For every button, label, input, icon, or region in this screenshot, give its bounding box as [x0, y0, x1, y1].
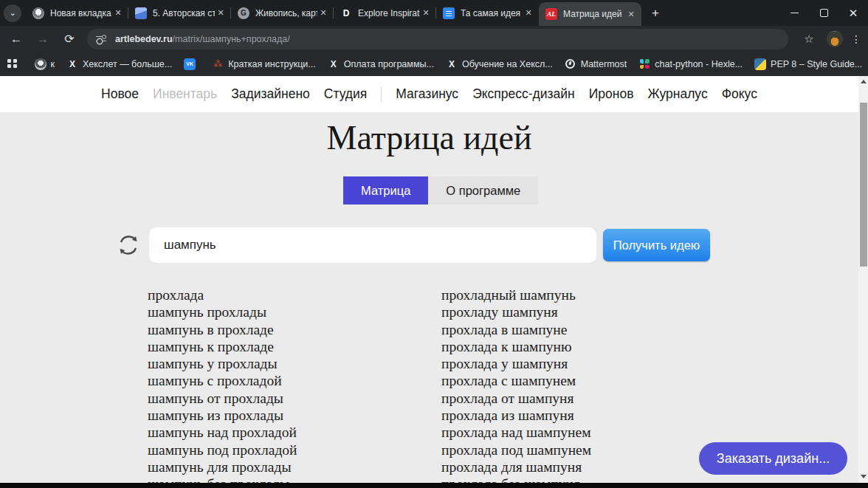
- nav-item-zhurnalus[interactable]: Журналус: [648, 86, 708, 102]
- word-column-left: прохладашампунь прохладышампунь в прохла…: [148, 286, 297, 488]
- word-combination: прохлада у шампуня: [441, 355, 591, 372]
- scroll-up-icon[interactable]: [861, 80, 867, 83]
- nav-item-express-dizajn[interactable]: Экспресс-дизайн: [472, 86, 575, 102]
- tab-title: Та самая идея - Goo: [461, 8, 523, 18]
- tab-close-icon[interactable]: ✕: [215, 7, 227, 19]
- hexlet-x-icon: Х: [66, 58, 78, 70]
- tab-title: Живопись, картины: [255, 8, 317, 18]
- page-content: Матрица идей Матрица О программе Получит…: [0, 112, 858, 483]
- nav-separator: [381, 87, 382, 102]
- refresh-swap-icon[interactable]: [115, 232, 142, 258]
- python-icon: [754, 58, 766, 70]
- nav-item-zadizajneno[interactable]: Задизайнено: [231, 86, 310, 102]
- globe-favicon-icon: [32, 7, 44, 19]
- tab-close-icon[interactable]: ✕: [420, 7, 432, 19]
- bookmark-item[interactable]: PEP 8 – Style Guide...: [754, 58, 862, 70]
- tab-close-icon[interactable]: ✕: [317, 7, 329, 19]
- word-combination: прохлада от шампуня: [441, 390, 591, 407]
- url-host: artlebedev.ru: [115, 34, 173, 44]
- back-button[interactable]: ←: [6, 29, 27, 49]
- word-combination: шампунь с прохладой: [148, 372, 297, 389]
- scrollbar-thumb[interactable]: [860, 103, 867, 267]
- tab-title: Explore Inspiration o: [358, 8, 420, 18]
- cube-favicon-icon: [135, 7, 147, 19]
- page-scrollbar[interactable]: [858, 76, 868, 483]
- bookmark-item[interactable]: ХОплата программы...: [328, 58, 434, 70]
- bookmark-item-vk[interactable]: VK: [184, 58, 200, 70]
- site-settings-icon[interactable]: [96, 34, 108, 44]
- bookmark-item[interactable]: Mattermost: [565, 58, 627, 70]
- word-combination: шампунь из прохлады: [148, 407, 297, 424]
- maximize-button[interactable]: [809, 0, 838, 26]
- bookmark-item[interactable]: chat-python - Hexle...: [638, 58, 743, 70]
- bookmark-label: Краткая инструкци...: [228, 59, 316, 69]
- bookmark-item[interactable]: ⁂Краткая инструкци...: [212, 58, 316, 70]
- apps-grid-icon[interactable]: [7, 59, 17, 69]
- globe-bookmark-icon: [35, 58, 46, 70]
- page-url: artlebedev.ru/matrix/шампунь+прохлада/: [115, 34, 290, 44]
- slack-icon: [638, 58, 650, 70]
- word-input[interactable]: [149, 227, 596, 263]
- bottom-edge-strip: [0, 483, 868, 488]
- nav-item-ironov[interactable]: Иронов: [589, 86, 634, 102]
- word-combination: прохладный шампунь: [441, 286, 591, 303]
- tab-about[interactable]: О программе: [428, 176, 538, 205]
- nav-item-magazinus[interactable]: Магазинус: [396, 86, 458, 102]
- close-window-button[interactable]: ✕: [838, 0, 868, 26]
- hexlet-x-icon: Х: [328, 58, 340, 70]
- bookmark-item[interactable]: ХХекслет — больше...: [66, 58, 172, 70]
- bookmark-item[interactable]: ХОбучение на Хексл...: [446, 58, 553, 70]
- browser-toolbar: ← → ⟳ artlebedev.ru/matrix/шампунь+прохл…: [0, 26, 868, 52]
- get-idea-button[interactable]: Получить идею: [603, 229, 710, 261]
- nav-item-novoe[interactable]: Новое: [101, 86, 139, 102]
- profile-avatar[interactable]: [827, 31, 843, 47]
- artlebedev-logo-favicon-icon: AL: [545, 8, 557, 20]
- nav-item-inventar-current: Инвентарь: [153, 86, 217, 102]
- word-combination: прохлада из шампуня: [441, 407, 591, 424]
- tab-title: Матрица идей: [563, 9, 625, 19]
- window-controls: ✕: [779, 0, 868, 26]
- word-combination: шампунь в прохладе: [148, 321, 297, 338]
- reload-button[interactable]: ⟳: [59, 29, 80, 49]
- forward-button[interactable]: →: [32, 29, 53, 49]
- tab-close-icon[interactable]: ✕: [523, 7, 534, 19]
- minimize-button[interactable]: [779, 0, 809, 26]
- new-tab-button[interactable]: +: [646, 4, 665, 23]
- bookmark-label: chat-python - Hexle...: [655, 59, 743, 69]
- word-combination: прохлада над шампунем: [441, 424, 591, 441]
- hexlet-x-icon: Х: [446, 58, 458, 70]
- tab-close-icon[interactable]: ✕: [625, 8, 637, 20]
- word-combination: прохлада к шампуню: [441, 338, 591, 355]
- browser-tab[interactable]: G Живопись, картины ✕: [231, 0, 334, 26]
- paw-icon: ⁂: [212, 58, 224, 70]
- browser-tab[interactable]: D Explore Inspiration o ✕: [334, 0, 436, 26]
- tab-matrix[interactable]: Матрица: [343, 176, 428, 205]
- nav-item-fokus[interactable]: Фокус: [722, 86, 757, 102]
- address-bar[interactable]: artlebedev.ru/matrix/шампунь+прохлада/: [87, 29, 788, 49]
- chevron-down-icon: ⌄: [9, 8, 16, 18]
- menu-dots-icon[interactable]: ⋮: [850, 33, 862, 45]
- tab-close-icon[interactable]: ✕: [112, 7, 124, 19]
- bookmark-star-icon[interactable]: ☆: [799, 32, 819, 46]
- bookmark-label: Хекслет — больше...: [83, 59, 172, 69]
- bookmark-label: к: [51, 59, 55, 69]
- page-title: Матрица идей: [0, 118, 858, 157]
- order-design-button[interactable]: Заказать дизайн...: [699, 442, 847, 475]
- tab-title: Новая вкладка: [50, 8, 112, 18]
- bookmark-label: Обучение на Хексл...: [462, 59, 553, 69]
- d-letter-favicon-icon: D: [340, 7, 352, 19]
- word-combination: прохлада с шампунем: [441, 372, 591, 389]
- query-row: Получить идею: [115, 227, 710, 263]
- word-combination: шампунь у прохлады: [148, 355, 297, 372]
- bookmark-item[interactable]: к: [35, 58, 55, 70]
- word-column-right: прохладный шампуньпрохладу шампуняпрохла…: [441, 286, 591, 488]
- word-combination: прохлада в шампуне: [441, 321, 591, 338]
- browser-tab[interactable]: 5. Авторская статья.d ✕: [128, 0, 231, 26]
- nav-item-studiya[interactable]: Студия: [324, 86, 367, 102]
- tab-search-button[interactable]: ⌄: [4, 4, 21, 22]
- scroll-down-icon[interactable]: [861, 475, 867, 478]
- browser-tab[interactable]: Новая вкладка ✕: [26, 0, 128, 26]
- browser-tab-active[interactable]: AL Матрица идей ✕: [539, 2, 641, 26]
- browser-tab[interactable]: Та самая идея - Goo ✕: [436, 0, 539, 26]
- toolbar-right-group: ☆ ⋮: [799, 31, 868, 47]
